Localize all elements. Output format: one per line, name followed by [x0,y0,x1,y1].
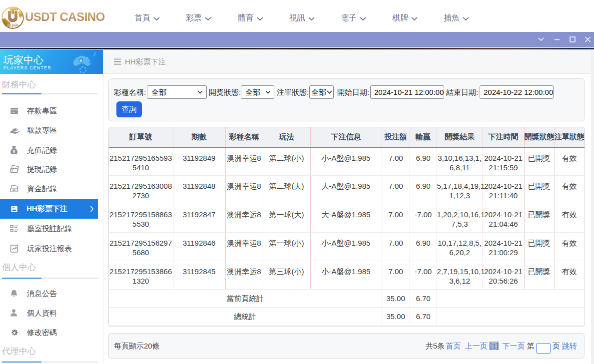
svg-text:CASINO: CASINO [7,24,19,27]
